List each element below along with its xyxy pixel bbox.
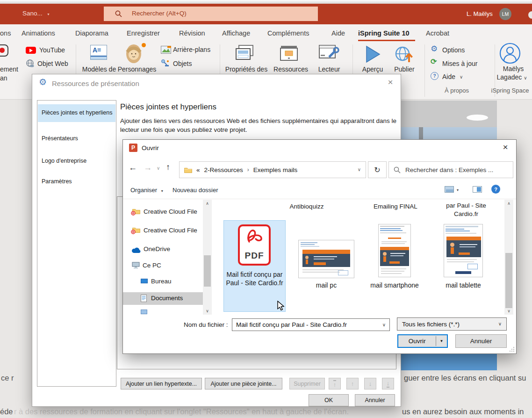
tree-scrollbar[interactable]: ∧ ∨ xyxy=(203,200,212,315)
scroll-down-icon[interactable]: ∨ xyxy=(203,309,212,313)
open-cancel-button[interactable]: Annuler xyxy=(455,334,507,348)
scroll-up-icon[interactable]: ∧ xyxy=(203,201,212,206)
tree-item-this-pc[interactable]: Ce PC xyxy=(143,262,201,269)
ok-button[interactable]: OK xyxy=(309,394,349,406)
new-folder-button[interactable]: Nouveau dossier xyxy=(173,187,218,194)
open-dialog-close-icon[interactable]: × xyxy=(496,141,515,154)
characters-button[interactable]: Personnages xyxy=(115,65,159,73)
tab-acrobat[interactable]: Acrobat xyxy=(426,24,449,42)
move-up-button[interactable]: ↑ xyxy=(346,378,359,389)
files-scrollbar[interactable]: ∧ ∨ xyxy=(504,200,513,315)
file-label-mail-tablette[interactable]: mail tablette xyxy=(435,281,491,289)
breadcrumb-folder-2[interactable]: Exemples mails xyxy=(253,166,298,173)
publish-button[interactable]: Publier xyxy=(389,65,420,73)
file-thumbnail-mail-tablette[interactable] xyxy=(444,224,483,277)
delete-button[interactable]: Supprimer xyxy=(289,378,325,389)
avatar[interactable]: LM xyxy=(499,8,511,20)
file-label-mail-smartphone[interactable]: mail smartphone xyxy=(367,281,423,289)
help-button[interactable]: Aide xyxy=(442,73,455,80)
tab-enregistrer[interactable]: Enregistrer xyxy=(127,24,160,42)
tree-item-onedrive[interactable]: OneDrive xyxy=(144,245,202,252)
file-thumbnail-mail-pc[interactable] xyxy=(298,240,354,278)
filename-combobox[interactable]: Mail fictif conçu par Paul - Site Cardio… xyxy=(232,318,390,331)
file-thumbnail-mail-smartphone[interactable] xyxy=(378,224,411,277)
tab-affichage[interactable]: Affichage xyxy=(222,24,250,42)
tree-scrollbar-thumb[interactable] xyxy=(204,255,211,287)
window-title[interactable]: Sano... ▾ xyxy=(22,10,50,17)
templates-button[interactable]: Modèles de xyxy=(80,65,118,73)
thumbnail-view-icon[interactable] xyxy=(445,186,454,193)
sidebar-item-attachments-label: Pièces jointes et hyperliens xyxy=(42,109,112,116)
file-header-label-par-paul[interactable]: par Paul - Site Cardio.fr xyxy=(438,202,495,218)
options-button[interactable]: Options xyxy=(442,46,465,54)
files-scrollbar-thumb[interactable] xyxy=(505,253,512,308)
sidebar-item-presenters[interactable]: Présentateurs xyxy=(42,135,78,142)
refresh-button[interactable]: ↻ xyxy=(368,161,387,178)
arrow-up-icon: ↑ xyxy=(351,381,354,387)
resize-grip[interactable] xyxy=(510,347,514,352)
objects-button[interactable]: Objets xyxy=(173,60,192,67)
file-header-label-emailing-final[interactable]: Emailing FINAL xyxy=(367,202,424,211)
preview-pane-icon[interactable] xyxy=(473,186,482,193)
file-label-mail-pc[interactable]: mail pc xyxy=(298,281,354,289)
file-header-label-antibioquizz[interactable]: Antibioquizz xyxy=(279,202,335,211)
open-split-button[interactable]: Ouvrir ▼ xyxy=(397,334,448,348)
tree-item-creative-cloud-1[interactable]: Creative Cloud File xyxy=(144,208,202,215)
updates-button[interactable]: Mises à jour xyxy=(442,60,477,67)
sidebar-item-settings[interactable]: Paramètres xyxy=(42,178,72,185)
tree-item-desktop[interactable]: Bureau xyxy=(151,278,201,285)
screen-record-icon[interactable] xyxy=(0,44,8,57)
tab-revision[interactable]: Révision xyxy=(179,24,205,42)
dialog-search-box[interactable]: Rechercher dans : Exemples ... xyxy=(388,161,513,178)
filetype-combobox[interactable]: Tous les fichiers (*.*) ∨ xyxy=(397,317,507,331)
move-to-top-button[interactable]: ↑ xyxy=(329,378,341,389)
help-icon[interactable]: ? xyxy=(491,185,500,194)
view-chevron-icon[interactable]: ▾ xyxy=(457,188,459,192)
ribbon-search-box[interactable]: Rechercher (Alt+Q) xyxy=(104,7,318,21)
scroll-up-icon[interactable]: ∧ xyxy=(504,201,513,206)
scroll-down-icon[interactable]: ∨ xyxy=(504,309,513,313)
tab-complements[interactable]: Compléments xyxy=(267,24,309,42)
account-name-line1[interactable]: Maëlys xyxy=(496,65,531,72)
sidebar-item-company-logo[interactable]: Logo d'entreprise xyxy=(42,158,86,164)
move-to-bottom-button[interactable]: ↓ xyxy=(382,378,394,389)
youtube-button[interactable]: YouTube xyxy=(39,46,65,54)
open-dropdown-icon[interactable]: ▼ xyxy=(436,335,447,347)
history-chevron-icon[interactable]: ∨ xyxy=(157,166,160,171)
address-bar[interactable]: « 2-Ressources › Exemples mails ∨ xyxy=(179,161,366,178)
preview-button[interactable]: Aperçu xyxy=(357,65,388,73)
slide-properties-button[interactable]: Propriétés des xyxy=(223,65,269,73)
resources-dialog-close-icon[interactable]: × xyxy=(385,77,396,88)
open-button-label[interactable]: Ouvrir xyxy=(398,335,436,347)
add-hyperlink-button[interactable]: Ajouter un lien hypertexte... xyxy=(121,378,202,389)
tab-transitions-partial[interactable]: ons xyxy=(0,24,11,42)
user-name[interactable]: L. Maëlys xyxy=(467,10,493,17)
arrow-to-bottom-icon: ↓ xyxy=(387,380,390,388)
tab-animations[interactable]: Animations xyxy=(22,24,55,42)
forward-arrow-icon[interactable]: → xyxy=(144,163,152,172)
tab-diaporama[interactable]: Diaporama xyxy=(75,24,108,42)
filename-chevron-icon[interactable]: ∨ xyxy=(382,323,386,327)
address-chevron-icon[interactable]: ∨ xyxy=(358,167,361,172)
back-arrow-icon[interactable]: ← xyxy=(129,163,137,172)
filetype-value: Tous les fichiers (*.*) xyxy=(402,321,460,328)
resources-cancel-button[interactable]: Annuler xyxy=(355,394,395,406)
move-down-button[interactable]: ↓ xyxy=(364,378,376,389)
tree-item-documents-label: Documents xyxy=(151,295,200,302)
backgrounds-button[interactable]: Arrière-plans xyxy=(173,46,210,53)
tree-item-documents[interactable]: Documents xyxy=(123,292,203,305)
organize-menu-button[interactable]: Organiser ▾ xyxy=(130,187,163,194)
tree-item-creative-cloud-2[interactable]: Creative Cloud File xyxy=(144,227,202,234)
breadcrumb-separator-icon: › xyxy=(247,166,249,173)
up-arrow-icon[interactable]: ↑ xyxy=(166,163,170,171)
add-attachment-button[interactable]: Ajouter une pièce jointe... xyxy=(205,378,282,389)
sidebar-item-attachments[interactable]: Pièces jointes et hyperliens xyxy=(38,104,115,122)
tab-aide[interactable]: Aide xyxy=(331,24,345,42)
web-object-button[interactable]: Objet Web xyxy=(37,60,68,67)
player-button[interactable]: Lecteur xyxy=(312,65,346,73)
file-item-pdf-selected[interactable]: PDF Mail fictif conçu par Paul - Site Ca… xyxy=(223,220,286,312)
chevron-down-icon: ▾ xyxy=(48,12,50,16)
breadcrumb-folder-1[interactable]: 2-Ressources xyxy=(204,166,243,173)
account-name-line2[interactable]: Lagadec ∨ xyxy=(492,73,532,81)
screen-record-label-partial-1: ement xyxy=(0,65,18,73)
